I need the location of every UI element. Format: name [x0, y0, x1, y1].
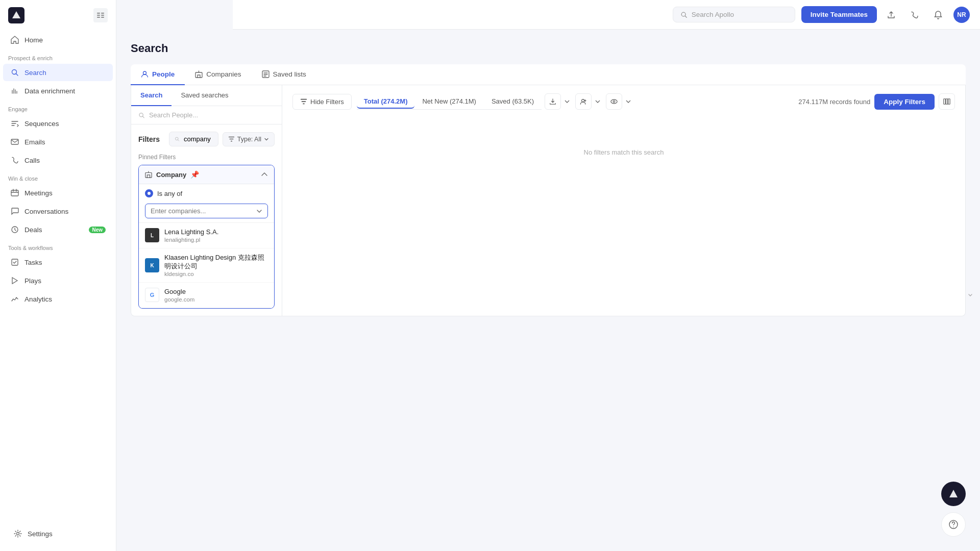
sidebar-item-deals[interactable]: Deals New [3, 221, 113, 238]
records-count: 274.117M records found [798, 98, 870, 106]
svg-rect-2 [97, 17, 100, 18]
columns-button[interactable] [939, 93, 955, 110]
filter-icon [300, 98, 307, 105]
tab-saved-lists[interactable]: Saved lists [252, 64, 316, 85]
filter-type-button[interactable]: Type: All [223, 132, 275, 146]
sidebar-item-sequences[interactable]: Sequences [3, 115, 113, 132]
search-icon [138, 112, 145, 119]
result-tab-net-new[interactable]: Net New (274.1M) [414, 93, 483, 109]
sidebar-item-emails[interactable]: Emails [3, 133, 113, 151]
sidebar-item-data-enrichment[interactable]: Data enrichment [3, 82, 113, 99]
filter-card-header: Company 📌 [139, 165, 274, 184]
tasks-icon [10, 258, 19, 267]
svg-marker-12 [12, 278, 17, 284]
dropdown-arrow[interactable] [595, 98, 601, 105]
bell-icon[interactable] [930, 7, 946, 23]
svg-rect-1 [97, 15, 100, 16]
sidebar-item-calls[interactable]: Calls [3, 152, 113, 169]
search-people-input[interactable] [149, 111, 275, 119]
radio-selected [145, 189, 153, 197]
company-item-klaasen[interactable]: K Klaasen Lighting Design 克拉森照明设计公司 klde… [139, 248, 274, 283]
search-people-input-container [131, 106, 282, 124]
svg-line-7 [16, 74, 18, 76]
dropdown-arrow[interactable] [564, 98, 570, 105]
filters-section: Filters Type: All Pinned Filte [131, 124, 282, 316]
eye-icon [610, 98, 618, 105]
hide-filters-button[interactable]: Hide Filters [292, 94, 352, 110]
right-panel: Hide Filters Total (274.2M) Net New (274… [282, 85, 965, 316]
phone-icon[interactable] [906, 7, 923, 23]
fab-primary-button[interactable] [941, 482, 966, 506]
svg-rect-24 [229, 139, 233, 140]
filter-option-is-any-of[interactable]: Is any of [139, 184, 274, 201]
sidebar-item-label: Home [24, 36, 43, 44]
filter-type-icon [228, 136, 235, 142]
app-logo [8, 7, 24, 23]
dropdown-arrow[interactable] [256, 208, 262, 214]
svg-rect-8 [11, 139, 18, 144]
dropdown-arrow[interactable] [625, 98, 631, 105]
chevron-up-icon[interactable] [261, 171, 268, 178]
company-info-google: Google google.com [164, 288, 194, 303]
sidebar-item-label: Deals [24, 226, 42, 234]
tab-people-label: People [152, 70, 175, 78]
apply-filters-button[interactable]: Apply Filters [874, 94, 935, 110]
sidebar-item-settings[interactable]: Settings [6, 525, 110, 542]
fab-help-button[interactable] [941, 512, 966, 537]
right-panel-header: Hide Filters Total (274.2M) Net New (274… [292, 93, 955, 110]
result-tab-total[interactable]: Total (274.2M) [357, 94, 415, 109]
building-icon [145, 171, 152, 178]
sidebar-toggle-button[interactable] [93, 8, 108, 22]
add-person-button[interactable] [575, 93, 592, 110]
tab-companies-label: Companies [206, 70, 241, 78]
app-header: Search Apollo Invite Teammates NR [233, 0, 980, 30]
question-icon [948, 519, 959, 530]
company-logo-klaasen: K [145, 258, 159, 272]
user-avatar[interactable]: NR [953, 7, 970, 23]
global-search[interactable]: Search Apollo [673, 7, 795, 22]
company-icon [195, 70, 203, 78]
svg-rect-23 [229, 137, 234, 138]
invite-teammates-button[interactable]: Invite Teammates [801, 6, 877, 23]
sidebar-item-label: Meetings [24, 189, 53, 197]
tab-companies[interactable]: Companies [185, 64, 251, 85]
sidebar-item-analytics[interactable]: Analytics [3, 290, 113, 308]
view-toggle-button[interactable] [606, 93, 622, 110]
svg-text:K: K [150, 263, 154, 268]
right-actions: 274.117M records found Apply Filters [798, 93, 955, 110]
filter-search[interactable] [169, 132, 218, 146]
svg-point-43 [953, 527, 954, 528]
svg-line-22 [178, 140, 179, 141]
svg-rect-40 [946, 99, 948, 105]
search-tab-search[interactable]: Search [131, 85, 172, 106]
svg-text:G: G [150, 292, 155, 298]
result-tab-saved[interactable]: Saved (63.5K) [484, 93, 542, 109]
company-item-lena[interactable]: L Lena Lighting S.A. lenalighting.pl [139, 223, 274, 248]
sidebar-item-home[interactable]: Home [3, 31, 113, 48]
search-tabs: Search Saved searches [131, 85, 282, 106]
tab-people[interactable]: People [131, 64, 185, 85]
left-panel: Search Saved searches Filters [131, 85, 282, 316]
tab-saved-lists-label: Saved lists [273, 70, 306, 78]
sequences-icon [10, 119, 19, 128]
sidebar-item-tasks[interactable]: Tasks [3, 254, 113, 271]
company-info-klaasen: Klaasen Lighting Design 克拉森照明设计公司 kldesi… [164, 254, 268, 277]
export-button[interactable] [545, 93, 561, 110]
sidebar-item-plays[interactable]: Plays [3, 272, 113, 289]
sidebar-item-label: Plays [24, 277, 41, 285]
company-domain: lenalighting.pl [164, 237, 218, 243]
search-icon [10, 68, 19, 77]
search-tab-saved[interactable]: Saved searches [172, 85, 237, 106]
filter-type-label: Type: All [237, 136, 261, 143]
enter-companies-input[interactable] [151, 207, 256, 215]
calls-icon [10, 156, 19, 165]
company-item-google[interactable]: G Google google.com [139, 283, 274, 308]
sidebar: Home Prospect & enrich Search Data enric… [0, 0, 116, 551]
filter-search-input[interactable] [184, 135, 213, 143]
sidebar-item-conversations[interactable]: Conversations [3, 203, 113, 220]
search-apollo-text: Search Apollo [692, 11, 734, 18]
sidebar-item-search[interactable]: Search [3, 64, 113, 81]
email-icon [10, 137, 19, 146]
upload-icon[interactable] [883, 7, 899, 23]
sidebar-item-meetings[interactable]: Meetings [3, 184, 113, 202]
